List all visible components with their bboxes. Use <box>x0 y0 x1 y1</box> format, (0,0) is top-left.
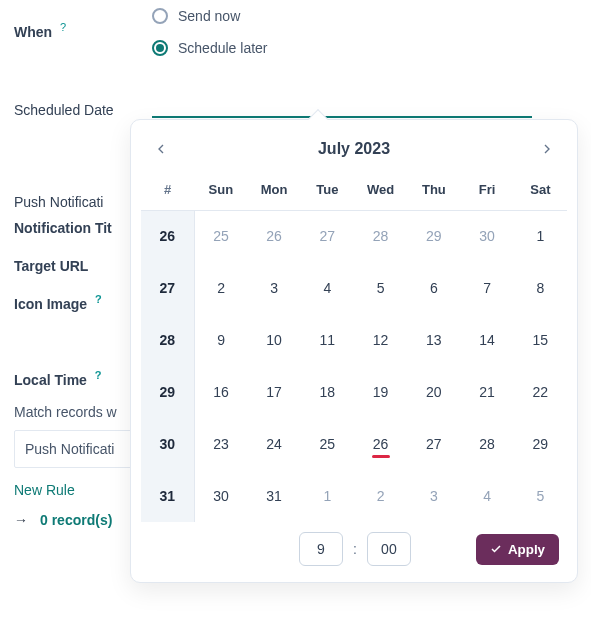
calendar-day[interactable]: 10 <box>248 314 301 366</box>
calendar-day[interactable]: 8 <box>514 262 567 314</box>
calendar-day[interactable]: 16 <box>194 366 247 418</box>
records-count[interactable]: 0 record(s) <box>40 512 112 528</box>
calendar-day[interactable]: 23 <box>194 418 247 470</box>
radio-label-send-now: Send now <box>178 8 240 24</box>
when-label: When <box>14 24 52 40</box>
when-help-icon[interactable]: ? <box>60 21 66 33</box>
radio-icon <box>152 40 168 56</box>
calendar-day[interactable]: 15 <box>514 314 567 366</box>
scheduled-date-input[interactable] <box>152 92 532 118</box>
calendar-day[interactable]: 2 <box>194 262 247 314</box>
calendar-day[interactable]: 6 <box>407 262 460 314</box>
calendar-day[interactable]: 3 <box>248 262 301 314</box>
dow-header-sun: Sun <box>194 170 247 210</box>
calendar-day[interactable]: 14 <box>461 314 514 366</box>
time-hour-input[interactable] <box>299 532 343 566</box>
calendar-day[interactable]: 1 <box>514 210 567 262</box>
calendar-day[interactable]: 7 <box>461 262 514 314</box>
dow-header-fri: Fri <box>461 170 514 210</box>
dow-header-tue: Tue <box>301 170 354 210</box>
local-time-help-icon[interactable]: ? <box>95 369 102 381</box>
calendar-day[interactable]: 9 <box>194 314 247 366</box>
local-time-label: Local Time <box>14 372 87 388</box>
calendar-day[interactable]: 25 <box>301 418 354 470</box>
calendar-day[interactable]: 27 <box>301 210 354 262</box>
calendar-day[interactable]: 13 <box>407 314 460 366</box>
calendar-day[interactable]: 5 <box>354 262 407 314</box>
calendar-day[interactable]: 29 <box>514 418 567 470</box>
calendar-day[interactable]: 11 <box>301 314 354 366</box>
calendar-day[interactable]: 29 <box>407 210 460 262</box>
icon-image-label: Icon Image <box>14 296 87 312</box>
radio-icon <box>152 8 168 24</box>
check-icon <box>490 543 502 555</box>
time-minute-input[interactable] <box>367 532 411 566</box>
calendar-day[interactable]: 17 <box>248 366 301 418</box>
calendar-day[interactable]: 26 <box>354 418 407 470</box>
dow-header-thu: Thu <box>407 170 460 210</box>
new-rule-link[interactable]: New Rule <box>14 482 75 498</box>
dow-header-mon: Mon <box>248 170 301 210</box>
calendar-day[interactable]: 2 <box>354 470 407 522</box>
today-indicator <box>372 455 390 458</box>
calendar-day[interactable]: 20 <box>407 366 460 418</box>
week-number: 31 <box>141 470 194 522</box>
calendar-grid: #SunMonTueWedThuFriSat 26252627282930127… <box>141 170 567 522</box>
week-number: 29 <box>141 366 194 418</box>
datepicker-popover: July 2023 #SunMonTueWedThuFriSat 2625262… <box>130 119 578 583</box>
calendar-day[interactable]: 25 <box>194 210 247 262</box>
week-number: 30 <box>141 418 194 470</box>
prev-month-button[interactable] <box>153 141 169 157</box>
calendar-day[interactable]: 18 <box>301 366 354 418</box>
calendar-day[interactable]: 22 <box>514 366 567 418</box>
calendar-day[interactable]: 28 <box>354 210 407 262</box>
icon-image-help-icon[interactable]: ? <box>95 293 102 305</box>
radio-send-now[interactable]: Send now <box>152 8 268 24</box>
calendar-day[interactable]: 24 <box>248 418 301 470</box>
calendar-day[interactable]: 28 <box>461 418 514 470</box>
week-number: 27 <box>141 262 194 314</box>
time-colon: : <box>353 541 357 557</box>
calendar-day[interactable]: 21 <box>461 366 514 418</box>
calendar-day[interactable]: 4 <box>301 262 354 314</box>
week-number: 26 <box>141 210 194 262</box>
calendar-day[interactable]: 27 <box>407 418 460 470</box>
dow-header-sat: Sat <box>514 170 567 210</box>
calendar-day[interactable]: 30 <box>461 210 514 262</box>
dow-header-wed: Wed <box>354 170 407 210</box>
arrow-icon: → <box>14 512 28 528</box>
calendar-day[interactable]: 1 <box>301 470 354 522</box>
apply-button-label: Apply <box>508 542 545 557</box>
radio-label-schedule-later: Schedule later <box>178 40 268 56</box>
calendar-day[interactable]: 19 <box>354 366 407 418</box>
calendar-month-title[interactable]: July 2023 <box>318 140 390 158</box>
apply-button[interactable]: Apply <box>476 534 559 565</box>
week-number: 28 <box>141 314 194 366</box>
calendar-day[interactable]: 30 <box>194 470 247 522</box>
calendar-day[interactable]: 4 <box>461 470 514 522</box>
calendar-day[interactable]: 26 <box>248 210 301 262</box>
calendar-day[interactable]: 31 <box>248 470 301 522</box>
radio-schedule-later[interactable]: Schedule later <box>152 40 268 56</box>
calendar-day[interactable]: 3 <box>407 470 460 522</box>
calendar-day[interactable]: 12 <box>354 314 407 366</box>
scheduled-date-label: Scheduled Date <box>14 102 114 118</box>
calendar-day[interactable]: 5 <box>514 470 567 522</box>
week-header: # <box>141 170 194 210</box>
next-month-button[interactable] <box>539 141 555 157</box>
